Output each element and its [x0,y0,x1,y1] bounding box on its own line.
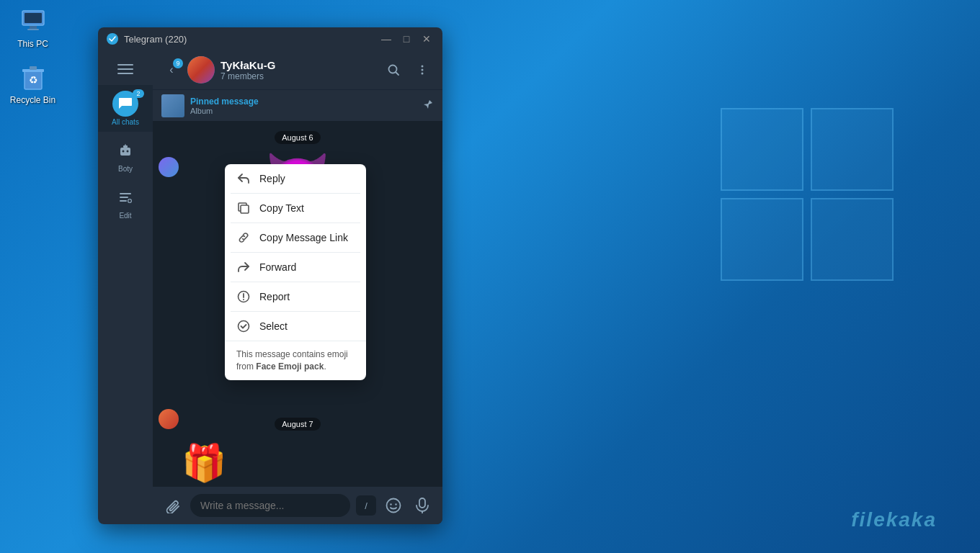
chat-avatar-img [187,56,215,84]
hamburger-line-3 [117,73,133,74]
title-bar-controls: — □ ✕ [379,32,434,46]
emoji-button[interactable] [382,494,405,517]
copy-link-icon [236,230,251,245]
title-bar: Telegram (220) — □ ✕ [98,27,442,50]
svg-point-27 [243,299,244,300]
svg-point-10 [127,150,129,153]
ctx-copy-text[interactable]: Copy Text [225,194,366,222]
svg-rect-24 [241,205,249,213]
svg-rect-1 [24,13,42,23]
pinned-title: Pinned message [190,96,422,107]
bottom-bar: / [153,487,442,524]
reply-icon [236,171,251,186]
all-chats-label: All chats [112,118,139,126]
boty-label: Boty [118,165,133,173]
minimize-button[interactable]: — [379,32,393,46]
svg-rect-14 [120,197,128,198]
ctx-tooltip-end: . [324,361,326,372]
copy-text-icon [236,201,251,215]
svg-rect-32 [419,498,425,508]
back-button[interactable]: ‹ 9 [161,60,182,80]
ctx-copy-text-label: Copy Text [259,202,304,214]
windows-logo [721,108,894,281]
hamburger-line-2 [117,68,133,70]
hamburger-icon [117,64,133,74]
ctx-forward[interactable]: Forward [225,253,366,282]
select-icon [236,319,251,333]
sidebar-item-boty[interactable]: Boty [98,132,153,179]
hamburger-menu-button[interactable] [110,56,141,82]
ctx-copy-link[interactable]: Copy Message Link [225,223,366,252]
emoji-sticker-bottom: 🎁 [182,442,226,484]
svg-rect-3 [27,29,39,30]
svg-rect-2 [30,26,37,29]
sidebar-item-edit[interactable]: Edit [98,179,153,225]
microphone-button[interactable] [411,494,434,517]
messages-area[interactable]: August 6 😈 🐤 [153,121,442,487]
svg-point-21 [422,66,424,68]
ctx-report-label: Report [259,291,290,302]
pinned-thumbnail [161,94,184,117]
ctx-select-label: Select [259,320,288,332]
report-icon [236,289,251,304]
sidebar-item-all-chats[interactable]: 2 All chats [98,85,153,132]
chat-header: ‹ 9 TyKłaKu-G 7 members [153,50,442,89]
this-pc-label: This PC [17,39,48,49]
ctx-reply-label: Reply [259,173,285,184]
ctx-tooltip-bold: Face Emoji pack [256,361,324,372]
ctx-reply[interactable]: Reply [225,164,366,193]
svg-point-23 [422,73,424,75]
desktop-icon-recycle-bin[interactable]: ♻ Recycle Bin [6,63,60,105]
ctx-select[interactable]: Select [225,312,366,341]
svg-rect-15 [120,200,127,202]
sidebar: 2 All chats Boty [98,50,153,524]
context-menu: Reply Copy Text [225,164,366,380]
svg-point-30 [390,503,391,505]
this-pc-icon [19,7,48,36]
svg-point-22 [422,69,424,71]
hamburger-line-1 [117,64,133,66]
svg-rect-8 [120,148,130,156]
chat-info: TyKłaKu-G 7 members [220,59,382,81]
pin-icon[interactable] [422,99,434,112]
more-options-button[interactable] [411,58,434,81]
title-bar-title: Telegram (220) [124,34,379,45]
edit-label: Edit [119,212,131,220]
ctx-copy-link-label: Copy Message Link [259,232,348,243]
header-actions [382,58,434,81]
telegram-window: Telegram (220) — □ ✕ [98,27,442,524]
recycle-bin-label: Recycle Bin [10,95,55,105]
filekaka-logo: filekaka [851,508,937,531]
edit-icon [112,184,138,210]
svg-point-19 [389,66,397,73]
pinned-message-bar[interactable]: Pinned message Album [153,89,442,121]
maximize-button[interactable]: □ [399,32,414,46]
attachment-button[interactable] [161,494,184,517]
desktop-icon-this-pc[interactable]: This PC [6,7,60,49]
chat-name: TyKłaKu-G [220,59,382,71]
ctx-tooltip: This message contains emoji from Face Em… [225,341,366,380]
pinned-info: Pinned message Album [190,96,422,115]
message-input[interactable] [190,494,350,517]
svg-point-28 [239,321,249,332]
forward-icon [236,260,251,274]
pinned-sub: Album [190,107,422,115]
ctx-report[interactable]: Report [225,282,366,311]
search-button[interactable] [382,58,405,81]
tg-main-area: 2 All chats Boty [98,50,442,524]
ctx-forward-label: Forward [259,261,296,273]
boty-icon [112,138,138,163]
date-badge-aug7: August 7 [275,418,320,431]
svg-text:♻: ♻ [28,74,37,86]
svg-point-9 [122,150,125,153]
svg-point-31 [395,503,396,505]
chat-avatar [187,56,215,84]
svg-point-29 [387,499,401,513]
all-chats-badge: 2 [133,89,144,98]
svg-rect-13 [120,193,131,194]
slash-command-button[interactable]: / [356,495,376,516]
date-badge-aug6: August 6 [275,131,320,144]
chat-members: 7 members [220,71,382,81]
close-button[interactable]: ✕ [419,32,434,46]
back-badge: 9 [173,58,183,68]
